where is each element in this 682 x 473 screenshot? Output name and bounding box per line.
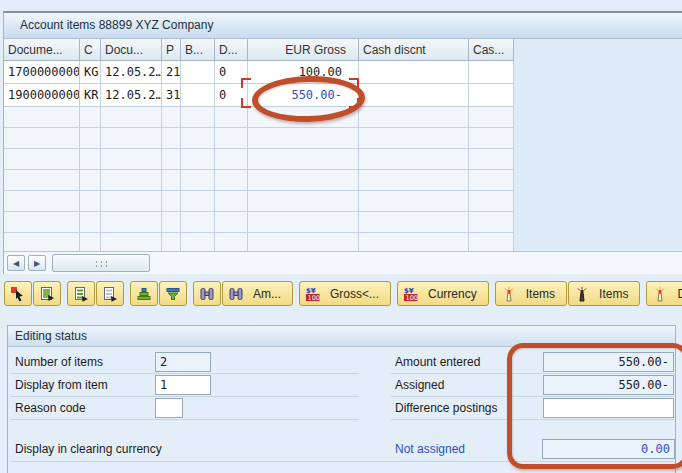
deselect-all-button[interactable] (96, 281, 124, 306)
table-cell (469, 107, 514, 128)
choose-button[interactable] (4, 281, 32, 306)
table-cell (248, 149, 359, 170)
table-cell (4, 212, 80, 233)
table-cell (181, 170, 215, 191)
table-cell (162, 149, 181, 170)
scroll-right-button[interactable]: ▶ (28, 255, 46, 271)
editing-status-title: Editing status (8, 326, 675, 347)
scroll-thumb[interactable] (52, 254, 150, 272)
scroll-left-button[interactable]: ◀ (7, 255, 25, 271)
binoculars-icon (199, 286, 215, 302)
table-cell[interactable] (469, 61, 514, 84)
find-button[interactable] (193, 281, 221, 306)
table-cell (248, 107, 359, 128)
table-cell[interactable] (359, 84, 469, 107)
deselect-all-icon (102, 286, 118, 302)
column-header-8[interactable]: Cas... (469, 39, 514, 61)
select-all-button[interactable] (67, 281, 95, 306)
table-cell (162, 170, 181, 191)
table-cell[interactable] (359, 61, 469, 84)
table-cell[interactable]: 12.05.2… (101, 84, 162, 107)
column-header-0[interactable]: Docume... (4, 39, 80, 61)
display-in-clearing-currency-label: Display in clearing currency (15, 442, 162, 456)
left-arrow-icon: ◀ (13, 259, 19, 268)
column-header-2[interactable]: Docu... (101, 39, 162, 61)
table-cell (359, 128, 469, 149)
editing-status-left-column: Number of items2Display from item1Reason… (11, 351, 359, 420)
torch-lit-icon (501, 286, 517, 302)
table-cell[interactable]: 100.00 (248, 61, 359, 84)
table-cell (469, 149, 514, 170)
table-cell (215, 149, 248, 170)
column-header-7[interactable]: Cash discnt (359, 39, 469, 61)
table-cell[interactable]: 0 (215, 61, 248, 84)
sap-account-clearing-screen: Account items 88899 XYZ Company Docume..… (0, 0, 682, 473)
binoculars-icon (228, 286, 244, 302)
field-row: Reason code (11, 397, 359, 420)
table-row (4, 212, 682, 233)
table-cell (248, 128, 359, 149)
table-cell[interactable] (469, 84, 514, 107)
table-cell[interactable]: 31 (162, 84, 181, 107)
table-cell[interactable] (181, 84, 215, 107)
editing-status-panel: Editing status Number of items2Display f… (7, 325, 676, 473)
not-assigned-label: Not assigned (395, 442, 465, 456)
select-block-button[interactable] (33, 281, 61, 306)
table-cell (469, 170, 514, 191)
table-cell (181, 128, 215, 149)
column-header-1[interactable]: C (80, 39, 101, 61)
table-cell (80, 212, 101, 233)
table-cell (80, 170, 101, 191)
table-cell (359, 212, 469, 233)
table-cell[interactable]: KG (80, 61, 101, 84)
table-cell (80, 191, 101, 212)
currency-icon: $¥100 (403, 286, 419, 302)
editing-status-right-column: Amount entered550.00-Assigned550.00-Diff… (391, 351, 674, 420)
table-cell (162, 128, 181, 149)
items-table-header: Docume...CDocu...PB...D...EUR GrossCash … (4, 39, 682, 61)
activate-discount-button[interactable]: Disc. (646, 281, 682, 306)
column-header-4[interactable]: B... (181, 39, 215, 61)
table-cell (215, 170, 248, 191)
column-header-5[interactable]: D... (215, 39, 248, 61)
gross-button[interactable]: $¥100Gross<... (299, 281, 391, 306)
sort-ascending-button[interactable] (130, 281, 158, 306)
table-cell (181, 191, 215, 212)
table-cell (162, 107, 181, 128)
number-of-items-field: 2 (155, 352, 211, 372)
table-cell (359, 170, 469, 191)
table-cell (101, 149, 162, 170)
not-assigned-field: 0.00 (542, 439, 675, 459)
table-cell[interactable]: 1900000000 (4, 84, 80, 107)
deactivate-items-button[interactable]: Items (568, 281, 640, 306)
table-cell (181, 107, 215, 128)
table-cell (80, 107, 101, 128)
items-table-body: 1700000000KG12.05.2…210100.001900000000K… (4, 61, 682, 254)
table-cell[interactable]: 21 (162, 61, 181, 84)
column-header-3[interactable]: P (162, 39, 181, 61)
table-cell (4, 128, 80, 149)
currency-button[interactable]: $¥100Currency (397, 281, 489, 306)
table-cell[interactable]: 12.05.2… (101, 61, 162, 84)
table-cell (215, 107, 248, 128)
button-label: Am... (253, 287, 281, 301)
table-row (4, 128, 682, 149)
difference-postings-field[interactable] (543, 398, 674, 418)
table-cell[interactable]: 0 (215, 84, 248, 107)
table-cell[interactable]: 550.00- (248, 84, 359, 107)
sort-descending-button[interactable] (159, 281, 187, 306)
table-row (4, 170, 682, 191)
button-label: Disc. (677, 287, 682, 301)
table-cell (162, 212, 181, 233)
activate-items-button[interactable]: Items (495, 281, 567, 306)
find-amount-button[interactable]: Am... (222, 281, 293, 306)
display-from-item-field[interactable]: 1 (155, 375, 211, 395)
table-cell (248, 191, 359, 212)
table-cell[interactable]: KR (80, 84, 101, 107)
table-cell[interactable]: 1700000000 (4, 61, 80, 84)
table-cell[interactable] (181, 61, 215, 84)
column-header-6[interactable]: EUR Gross (248, 39, 359, 61)
button-label: Items (599, 287, 628, 301)
table-cell (162, 191, 181, 212)
reason-code-field[interactable] (155, 398, 183, 418)
